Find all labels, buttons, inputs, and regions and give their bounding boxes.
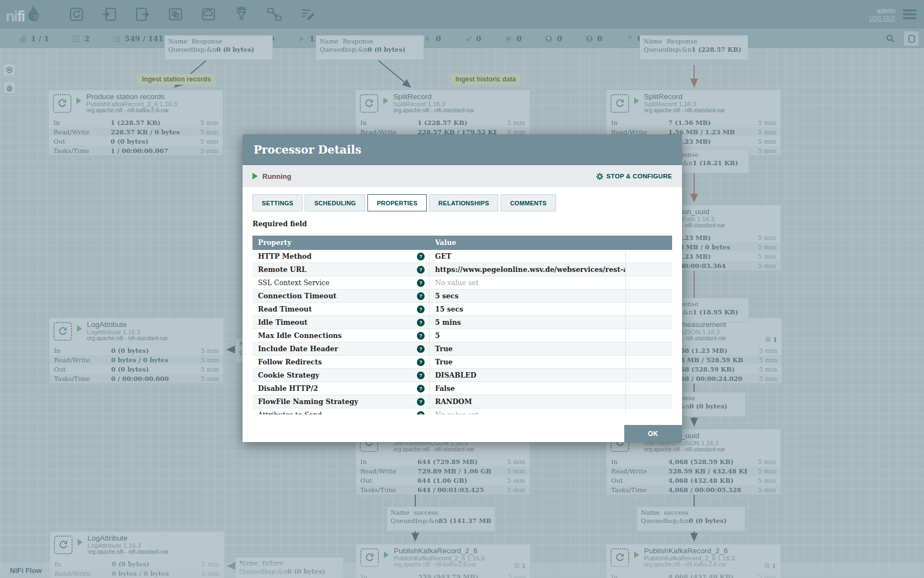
document-icon <box>908 35 915 43</box>
running-icon <box>252 173 258 179</box>
connection-label-response[interactable]: Name ResponseQueuedbsp;&n0 (0 bytes) <box>316 35 424 60</box>
property-value: True <box>430 342 626 355</box>
component-process-group-icon[interactable] <box>166 6 185 23</box>
logout-link[interactable]: LOG OUT <box>870 15 895 21</box>
help-icon[interactable]: ? <box>417 279 425 287</box>
property-name: HTTP Method <box>258 252 311 260</box>
processor-stat-row: Tasks/Time1 / 00:00:00.0675 min <box>49 146 223 155</box>
tab-relationships[interactable]: RELATIONSHIPS <box>429 194 498 211</box>
properties-table: Property Value HTTP Method?GETRemote URL… <box>252 236 672 415</box>
processor-icon <box>54 536 73 554</box>
component-remote-process-group-icon[interactable] <box>199 6 218 23</box>
help-icon[interactable]: ? <box>417 253 425 260</box>
property-extra-cell <box>626 382 672 395</box>
stale-icon <box>544 35 553 43</box>
property-value: GET <box>430 250 626 263</box>
processor-bundle: org.apache.nifi - nifi-kafka-2-6-nar <box>86 107 177 113</box>
tab-properties[interactable]: PROPERTIES <box>367 194 427 211</box>
breadcrumb-bar: NiFi Flow <box>0 563 924 578</box>
connection-line[interactable] <box>378 61 410 87</box>
property-value: 5 secs <box>430 290 626 302</box>
locally-modified-icon <box>504 35 513 43</box>
help-icon[interactable]: ? <box>417 306 425 313</box>
search-button[interactable] <box>883 31 898 46</box>
help-icon[interactable]: ? <box>417 411 425 415</box>
global-menu-icon[interactable] <box>903 8 916 21</box>
processor-type: LogAttribute 1.16.3 <box>87 329 168 335</box>
help-icon[interactable]: ? <box>417 358 425 366</box>
stop-and-configure-button[interactable]: STOP & CONFIGURE <box>596 172 672 181</box>
component-funnel-icon[interactable] <box>232 6 251 23</box>
processor-icon <box>360 94 378 113</box>
status-threads: 2 <box>72 34 89 43</box>
connection-label-response[interactable]: Name ResponseQueuedbsp;&n1 (228.57 KB) <box>640 35 748 60</box>
processor-bundle: org.apache.nifi - nifi-standard-nar <box>393 446 474 452</box>
help-icon[interactable]: ? <box>417 292 425 300</box>
operate-palette-button[interactable] <box>3 81 15 94</box>
processor-run-status: Running <box>262 172 292 181</box>
running-icon <box>383 97 388 104</box>
property-row-remote-url: Remote URL?https://www.pegelonline.wsv.d… <box>252 263 672 276</box>
help-icon[interactable]: ? <box>417 385 425 392</box>
dialog-tabs: SETTINGSSCHEDULINGPROPERTIESRELATIONSHIP… <box>252 194 672 211</box>
property-name: Follow Redirects <box>258 358 322 366</box>
processor-name: LogAttribute <box>87 534 168 542</box>
processor-bundle: org.apache.nifi - nifi-standard-nar <box>393 107 474 113</box>
property-value: No value set <box>430 408 626 415</box>
property-name: Remote URL <box>258 265 306 274</box>
processor-logattribute[interactable]: LogAttributeLogAttribute 1.16.3org.apach… <box>49 318 224 384</box>
connection-label-response[interactable]: Name ResponseQueuedbsp;&n0 (0 bytes) <box>164 35 273 60</box>
navigate-palette-button[interactable] <box>3 64 15 76</box>
processor-stat-row: Out0 (0 bytes)5 min <box>49 137 223 146</box>
dialog-title: Processor Details <box>254 143 361 156</box>
connection-label-success[interactable]: Name successQueuedbsp;&n0 (0 bytes) <box>637 506 745 531</box>
help-icon[interactable]: ? <box>417 398 425 406</box>
canvas-label-ingest-station-records[interactable]: Ingest station records <box>138 74 215 85</box>
help-icon[interactable]: ? <box>417 319 425 326</box>
processor-stat-row: In4,068 (528.59 KB)5 min <box>607 457 780 466</box>
connection-label-success[interactable]: Name successQueuedbsp;&n85 (141.37 MB) <box>387 506 495 531</box>
tab-comments[interactable]: COMMENTS <box>501 194 556 211</box>
processor-stat-row: Tasks/Time644 / 00:01:03.4255 min <box>356 485 530 494</box>
canvas-label-ingest-historic-data[interactable]: Ingest historic data <box>451 74 520 85</box>
component-output-port-icon[interactable] <box>133 6 152 23</box>
property-name: Idle Timeout <box>258 318 307 326</box>
processor-name: PublishKafkaRecord_2_6 <box>644 547 735 555</box>
processor-type: PublishKafkaRecord_2_6 1.16.3 <box>86 101 177 107</box>
nifi-drop-icon <box>26 4 41 21</box>
processor-status-row: Running STOP & CONFIGURE <box>243 165 682 187</box>
help-icon[interactable]: ? <box>417 266 425 274</box>
property-extra-cell <box>626 342 672 355</box>
breadcrumb[interactable]: NiFi Flow <box>10 566 42 575</box>
tab-scheduling[interactable]: SCHEDULING <box>305 194 365 211</box>
property-extra-cell <box>626 250 672 263</box>
dialog-header: Processor Details <box>243 134 682 165</box>
processor-name: Produce station records <box>86 92 177 101</box>
component-template-icon[interactable] <box>265 6 284 23</box>
property-row-connection-timeout: Connection Timeout?5 secs <box>252 290 672 303</box>
component-processor-icon[interactable] <box>67 6 86 23</box>
help-icon[interactable]: ? <box>417 345 425 353</box>
processor-icon <box>53 94 72 113</box>
component-label-icon[interactable] <box>298 6 317 23</box>
processor-produce-station-records[interactable]: Produce station recordsPublishKafkaRecor… <box>48 90 223 156</box>
running-icon <box>78 539 82 546</box>
property-value: RANDOM <box>430 395 626 408</box>
new-flow-version-button[interactable] <box>904 31 919 46</box>
property-name: Disable HTTP/2 <box>258 384 318 392</box>
component-input-port-icon[interactable] <box>100 6 119 23</box>
connection-name: Name Response <box>168 37 269 46</box>
property-row-cookie-strategy: Cookie Strategy?DISABLED <box>252 369 672 382</box>
sync-failure-icon: ? <box>625 35 634 43</box>
tab-settings[interactable]: SETTINGS <box>252 194 302 211</box>
property-name: Max Idle Connections <box>258 331 342 340</box>
help-icon[interactable]: ? <box>417 332 425 340</box>
property-extra-cell <box>626 369 672 381</box>
property-value: 15 secs <box>430 303 626 315</box>
property-extra-cell <box>626 263 672 276</box>
threads-icon <box>72 35 80 43</box>
property-extra-cell <box>626 329 672 342</box>
ok-button[interactable]: OK <box>624 425 682 442</box>
help-icon[interactable]: ? <box>417 372 425 379</box>
target-icon <box>6 66 13 74</box>
